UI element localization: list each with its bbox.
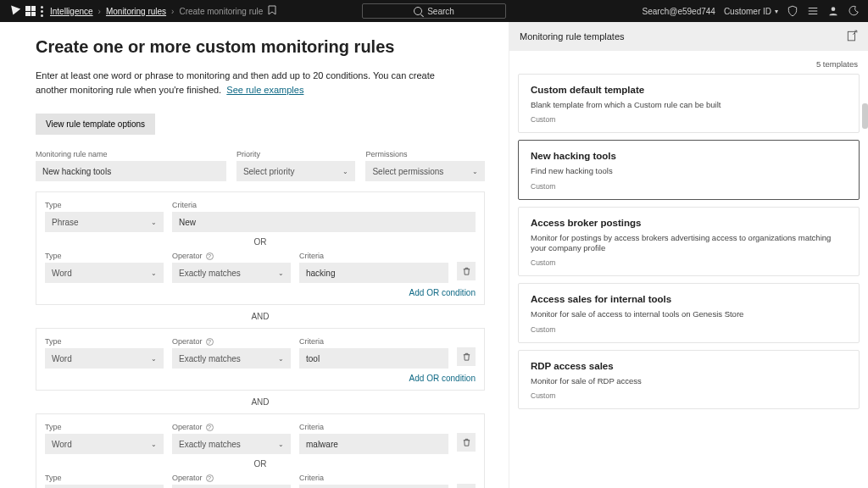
template-title: Access sales for internal tools <box>531 294 847 304</box>
label-criteria: Criteria <box>299 474 448 482</box>
template-card[interactable]: New hacking tools Find new hacking tools… <box>518 140 860 199</box>
template-title: RDP access sales <box>531 361 847 371</box>
template-desc: Monitor for postings by access brokers a… <box>531 233 847 254</box>
label-operator: Operator? <box>172 252 291 260</box>
condition-group: Type Word⌄ Operator? Exactly matches⌄ Cr… <box>36 328 485 391</box>
help-icon[interactable]: ? <box>206 338 214 346</box>
add-or-condition[interactable]: Add OR condition <box>45 374 476 383</box>
more-dots-icon[interactable] <box>41 6 43 17</box>
template-card[interactable]: Access broker postings Monitor for posti… <box>518 207 860 277</box>
breadcrumb-intelligence[interactable]: Intelligence <box>50 7 93 16</box>
operator-select[interactable]: Exactly matches⌄ <box>172 434 291 454</box>
or-separator: OR <box>45 237 476 247</box>
label-type: Type <box>45 423 164 431</box>
brand-block <box>8 5 43 17</box>
priority-select[interactable]: Select priority⌄ <box>236 161 356 181</box>
side-panel-title: Monitoring rule templates <box>520 31 625 42</box>
breadcrumb-monitoring-rules[interactable]: Monitoring rules <box>106 7 166 16</box>
template-card[interactable]: Access sales for internal tools Monitor … <box>518 283 860 342</box>
breadcrumb-current: Create monitoring rule <box>179 7 263 16</box>
template-desc: Monitor for sale of access to internal t… <box>531 309 847 319</box>
shield-icon[interactable] <box>787 5 798 17</box>
label-type: Type <box>45 474 164 482</box>
type-select[interactable]: Word⌄ <box>45 485 164 488</box>
global-search[interactable]: Search <box>362 3 506 19</box>
and-separator: AND <box>36 397 485 407</box>
export-icon[interactable] <box>846 30 858 43</box>
page-title: Create one or more custom monitoring rul… <box>36 37 485 57</box>
side-panel: Monitoring rule templates 5 templates Cu… <box>509 22 868 488</box>
template-tag: Custom <box>531 115 847 124</box>
operator-select[interactable]: Exactly matches⌄ <box>172 485 291 488</box>
type-select[interactable]: Word⌄ <box>45 434 164 454</box>
or-separator: OR <box>45 459 476 469</box>
template-card[interactable]: RDP access sales Monitor for sale of RDP… <box>518 350 860 409</box>
template-title: New hacking tools <box>531 151 847 161</box>
help-icon[interactable]: ? <box>206 424 214 431</box>
label-operator: Operator? <box>172 423 291 431</box>
view-templates-button[interactable]: View rule template options <box>36 114 155 135</box>
app-grid-icon[interactable] <box>25 6 36 16</box>
brand-logo-icon <box>8 5 20 17</box>
svg-rect-1 <box>848 31 854 41</box>
delete-row-button[interactable] <box>457 484 476 488</box>
template-tag: Custom <box>531 258 847 267</box>
operator-select[interactable]: Exactly matches⌄ <box>172 263 291 283</box>
label-operator: Operator? <box>172 337 291 346</box>
svg-point-0 <box>832 7 836 11</box>
main-panel: Create one or more custom monitoring rul… <box>0 22 509 488</box>
page-intro: Enter at least one word or phrase to mon… <box>36 69 459 97</box>
bookmark-icon[interactable] <box>268 5 276 17</box>
condition-group: Type Phrase⌄ Criteria OR Type Word⌄ <box>36 191 485 305</box>
label-criteria: Criteria <box>172 201 476 209</box>
topbar: Intelligence › Monitoring rules › Create… <box>0 0 868 22</box>
template-tag: Custom <box>531 325 847 334</box>
user-icon[interactable] <box>827 5 839 17</box>
search-placeholder: Search <box>427 7 454 16</box>
criteria-input[interactable] <box>299 348 448 369</box>
delete-row-button[interactable] <box>457 433 476 452</box>
label-criteria: Criteria <box>299 423 448 431</box>
label-type: Type <box>45 337 164 346</box>
label-type: Type <box>45 201 164 209</box>
rule-name-input[interactable] <box>36 161 226 181</box>
help-icon[interactable]: ? <box>206 252 214 260</box>
add-or-condition[interactable]: Add OR condition <box>45 288 476 297</box>
label-permissions: Permissions <box>365 150 485 158</box>
label-rule-name: Monitoring rule name <box>36 150 226 158</box>
template-tag: Custom <box>531 391 847 400</box>
see-examples-link[interactable]: See rule examples <box>226 85 303 95</box>
template-tag: Custom <box>531 182 847 191</box>
template-card[interactable]: Custom default template Blank template f… <box>518 74 860 133</box>
type-select[interactable]: Phrase⌄ <box>45 212 164 232</box>
breadcrumb: Intelligence › Monitoring rules › Create… <box>50 5 276 17</box>
type-select[interactable]: Word⌄ <box>45 348 164 369</box>
template-desc: Find new hacking tools <box>531 166 847 176</box>
moon-icon[interactable] <box>848 5 860 17</box>
and-separator: AND <box>36 312 485 321</box>
label-priority: Priority <box>236 150 356 158</box>
type-select[interactable]: Word⌄ <box>45 263 164 283</box>
label-criteria: Criteria <box>299 337 448 346</box>
template-title: Access broker postings <box>531 218 847 228</box>
condition-group: TypeWord⌄ Operator?Exactly matches⌄ Crit… <box>36 413 485 488</box>
stack-icon[interactable] <box>807 5 819 17</box>
search-icon <box>414 7 422 15</box>
criteria-input[interactable] <box>172 212 476 232</box>
criteria-input[interactable] <box>299 263 448 283</box>
template-desc: Monitor for sale of RDP access <box>531 376 847 386</box>
label-criteria: Criteria <box>299 252 448 260</box>
account-label: Search@e59ed744 <box>643 7 715 16</box>
help-icon[interactable]: ? <box>206 474 214 482</box>
delete-row-button[interactable] <box>457 347 476 366</box>
label-type: Type <box>45 252 164 260</box>
scrollbar-thumb[interactable] <box>862 103 868 129</box>
template-desc: Blank template from which a Custom rule … <box>531 100 847 110</box>
template-title: Custom default template <box>531 85 847 95</box>
criteria-input[interactable] <box>299 434 448 454</box>
criteria-input[interactable] <box>299 485 448 488</box>
operator-select[interactable]: Exactly matches⌄ <box>172 348 291 369</box>
customer-id-menu[interactable]: Customer ID▾ <box>724 7 778 16</box>
permissions-select[interactable]: Select permissions⌄ <box>365 161 485 181</box>
delete-row-button[interactable] <box>457 262 476 280</box>
